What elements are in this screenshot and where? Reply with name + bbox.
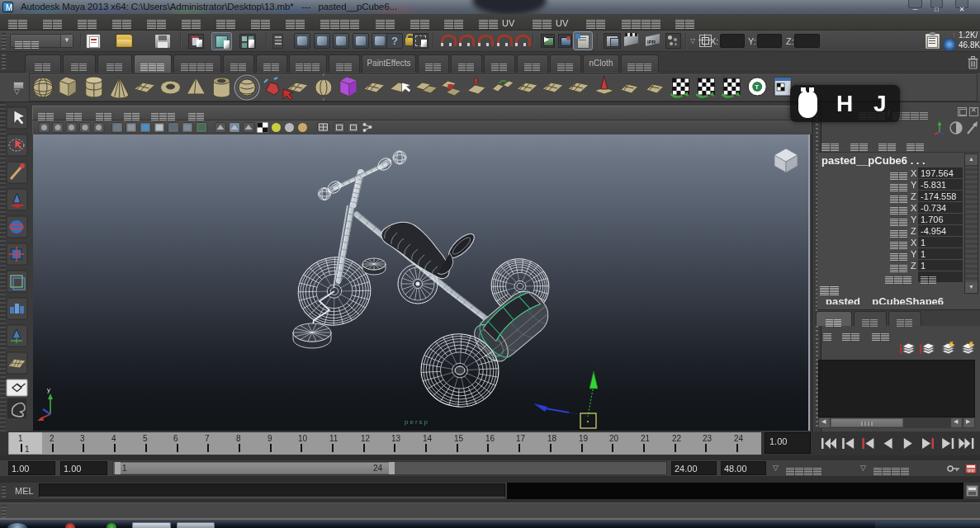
svg-text:T: T — [755, 83, 759, 91]
svg-text:persp: persp — [405, 418, 429, 426]
svg-text:y: y — [47, 386, 50, 394]
